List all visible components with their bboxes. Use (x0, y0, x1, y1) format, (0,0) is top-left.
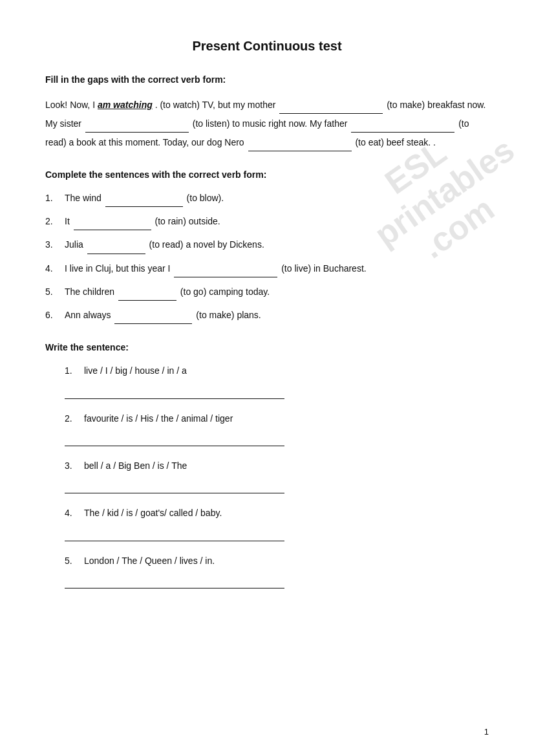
item-text-before: Julia (65, 237, 86, 253)
list-item: 1. The wind (to blow). (45, 190, 489, 207)
blank-s2-6[interactable] (114, 307, 192, 324)
blank-1[interactable] (279, 95, 383, 114)
list-item: 4. The / kid / is / goat's/ called / bab… (45, 505, 489, 541)
list-num: 3. (45, 237, 65, 253)
list-item: 3. bell / a / Big Ben / is / The (45, 458, 489, 493)
list-item: 2. It (to rain) outside. (45, 213, 489, 230)
item-verb: (to read) a novel by Dickens. (147, 237, 264, 253)
page-title: Present Continuous test (45, 39, 489, 54)
list-num: 5. (45, 284, 65, 300)
s1-example: am watching (98, 100, 153, 110)
blank-s2-3[interactable] (87, 237, 145, 254)
list-num: 2. (45, 213, 65, 230)
blank-2[interactable] (85, 114, 189, 133)
list-item: 6. Ann always (to make) plans. (45, 307, 489, 324)
write-item-text: favourite / is / His / the / animal / ti… (84, 411, 233, 427)
s1-part4: (to listen) to music right now. My fathe… (193, 118, 350, 129)
answer-line[interactable] (65, 429, 284, 446)
s1-part2: . (to watch) TV, but my mother (155, 100, 279, 110)
write-item-content: 2. favourite / is / His / the / animal /… (65, 411, 233, 427)
blank-s2-5[interactable] (118, 284, 176, 301)
section3-list: 1. live / I / big / house / in / a 2. fa… (45, 363, 489, 589)
answer-line[interactable] (65, 524, 284, 541)
item-verb: (to go) camping today. (178, 284, 270, 300)
answer-line[interactable] (65, 382, 284, 398)
section1-paragraph: Look! Now, I am watching . (to watch) TV… (45, 95, 489, 151)
item-verb: (to blow). (184, 190, 224, 206)
list-num: 3. (65, 458, 84, 474)
list-num: 4. (45, 261, 65, 277)
write-item-content: 1. live / I / big / house / in / a (65, 363, 187, 379)
blank-s2-1[interactable] (105, 190, 183, 207)
list-num: 6. (45, 307, 65, 323)
section2-list: 1. The wind (to blow). 2. It (to rain) o… (45, 190, 489, 324)
page-number: 1 (484, 727, 489, 737)
list-item: 5. London / The / Queen / lives / in. (45, 553, 489, 589)
list-item: 5. The children (to go) camping today. (45, 284, 489, 301)
item-text-before: The wind (65, 190, 104, 206)
write-item-text: bell / a / Big Ben / is / The (84, 458, 187, 474)
section-fill-gaps: Fill in the gaps with the correct verb f… (45, 74, 489, 151)
list-item: 2. favourite / is / His / the / animal /… (45, 411, 489, 446)
list-num: 2. (65, 411, 84, 427)
s1-intro: Look! Now, I (45, 100, 95, 110)
item-verb: (to live) in Bucharest. (279, 261, 366, 277)
write-item-text: live / I / big / house / in / a (84, 363, 187, 379)
item-text-before: It (65, 213, 72, 230)
answer-line[interactable] (65, 572, 284, 589)
write-item-content: 5. London / The / Queen / lives / in. (65, 553, 215, 569)
section1-heading: Fill in the gaps with the correct verb f… (45, 74, 489, 85)
section-write-sentence: Write the sentence: 1. live / I / big / … (45, 342, 489, 589)
list-item: 4. I live in Cluj, but this year I (to l… (45, 261, 489, 277)
blank-4[interactable] (248, 133, 352, 151)
list-item: 3. Julia (to read) a novel by Dickens. (45, 237, 489, 254)
list-item: 1. live / I / big / house / in / a (45, 363, 489, 398)
item-text-before: The children (65, 284, 117, 300)
item-text-before: Ann always (65, 307, 113, 323)
blank-s2-4[interactable] (174, 261, 277, 277)
item-text-before: I live in Cluj, but this year I (65, 261, 173, 277)
write-item-text: London / The / Queen / lives / in. (84, 553, 215, 569)
blank-s2-2[interactable] (74, 213, 151, 230)
s1-part6: (to eat) beef steak. . (355, 137, 436, 147)
write-item-content: 3. bell / a / Big Ben / is / The (65, 458, 187, 474)
item-verb: (to make) plans. (193, 307, 261, 323)
section-complete-sentences: Complete the sentences with the correct … (45, 169, 489, 324)
write-item-text: The / kid / is / goat's/ called / baby. (84, 505, 222, 521)
section3-heading: Write the sentence: (45, 342, 489, 352)
list-num: 1. (45, 190, 65, 206)
list-num: 1. (65, 363, 84, 379)
answer-line[interactable] (65, 477, 284, 493)
write-item-content: 4. The / kid / is / goat's/ called / bab… (65, 505, 222, 521)
section2-heading: Complete the sentences with the correct … (45, 169, 489, 180)
item-verb: (to rain) outside. (153, 213, 220, 230)
list-num: 5. (65, 553, 84, 569)
blank-3[interactable] (351, 114, 454, 133)
list-num: 4. (65, 505, 84, 521)
